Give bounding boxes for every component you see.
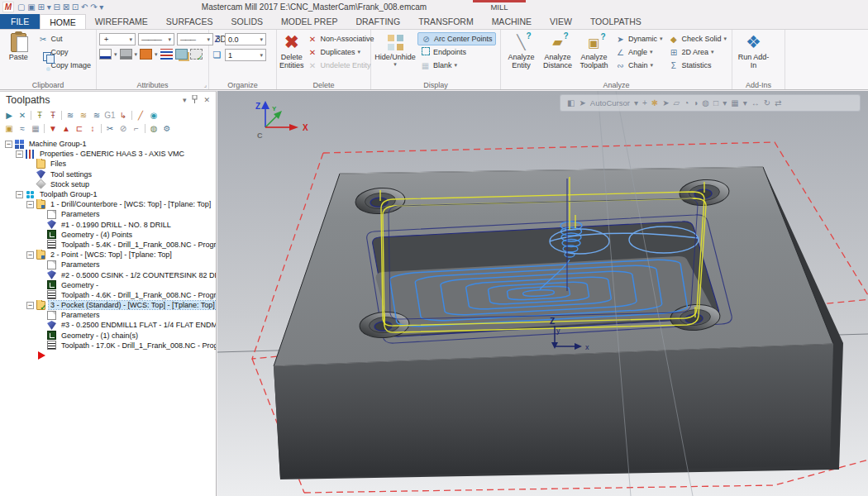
tree-node[interactable]: Stock setup: [0, 179, 216, 189]
tree-node[interactable]: − Properties - GENERIC HAAS 3 - AXIS VMC: [0, 149, 216, 159]
tree-node[interactable]: Parameters: [0, 260, 216, 269]
trim-icon[interactable]: ✂: [103, 124, 117, 133]
analyze-chain-button[interactable]: ∾Chain▾: [613, 59, 665, 72]
tree-node[interactable]: Toolpath - 4.6K - Drill_1_Frank_008.NC -…: [0, 290, 216, 300]
quadrant-icon[interactable]: ◔: [684, 98, 689, 107]
toolpath-display-icon[interactable]: ≈: [16, 124, 29, 133]
select-associated-icon[interactable]: Ŧ: [33, 111, 46, 120]
verify-icon[interactable]: ╱: [134, 111, 147, 120]
solid-color-button[interactable]: [120, 49, 132, 60]
level-input[interactable]: 1▾: [225, 49, 266, 61]
graphics-viewport[interactable]: Z y x Z Y X C ◧ ➤ AutoCursor▾+✱➤▱◔◑◍□▾▦▾…: [217, 91, 868, 496]
contextual-tab-mill[interactable]: MILL: [473, 2, 526, 12]
tree-node[interactable]: Tool settings: [0, 169, 216, 179]
g1-simulate-icon[interactable]: G1: [103, 111, 117, 120]
panel-close-icon[interactable]: ✕: [203, 96, 210, 104]
save-icon[interactable]: ▣: [27, 2, 35, 12]
print-icon[interactable]: ⊟: [53, 2, 60, 12]
qat-menu-icon[interactable]: ▾: [99, 2, 103, 12]
ribbon-tab-wireframe[interactable]: WIREFRAME: [86, 14, 157, 29]
ribbon-tab-view[interactable]: VIEW: [541, 14, 581, 29]
new-file-icon[interactable]: ▢: [17, 2, 25, 12]
half-disc-icon[interactable]: ◑: [693, 98, 698, 107]
unselect-associated-icon[interactable]: Ŧ: [46, 111, 60, 120]
pan-icon[interactable]: ↔: [751, 98, 760, 107]
non-associative-button[interactable]: ✕Non-Associative: [305, 32, 377, 45]
undo-icon[interactable]: ↶: [81, 2, 88, 12]
move-insert-down-icon[interactable]: ▼: [46, 124, 60, 133]
move-insert-up-icon[interactable]: ▲: [60, 124, 73, 133]
undelete-entity-button[interactable]: ✕Undelete Entity: [305, 59, 377, 72]
copy-button[interactable]: Copy: [35, 45, 93, 59]
analyze-distance-button[interactable]: ▰ Analyze Distance: [540, 31, 575, 79]
plane-select-icon[interactable]: ▱: [674, 98, 680, 107]
regen-dirty-icon[interactable]: ≋: [90, 111, 103, 120]
wireframe-color-button[interactable]: [99, 49, 112, 60]
arc-center-points-button[interactable]: ⊘Arc Center Points: [417, 32, 496, 45]
pointer-icon[interactable]: ➤: [662, 98, 669, 107]
line-style-select[interactable]: ———▾: [138, 33, 174, 45]
ribbon-tab-surfaces[interactable]: SURFACES: [157, 14, 222, 29]
tree-node[interactable]: − 2 - Point - [WCS: Top] - [Tplane: Top]: [0, 250, 216, 260]
regen-all-icon[interactable]: ≋: [64, 111, 77, 120]
tree-node[interactable]: − Machine Group-1: [0, 139, 216, 149]
tree-node[interactable]: Geometry - (1) chain(s): [0, 331, 216, 341]
open-file-icon[interactable]: ⊞: [37, 2, 44, 12]
tree-node[interactable]: − 3 - Pocket (Standard) - [WCS: Top] - […: [0, 300, 216, 310]
unselect-all-operations-icon[interactable]: ✕: [16, 111, 29, 120]
grid-dropdown-icon[interactable]: ▾: [743, 98, 747, 107]
tree-node[interactable]: Toolpath - 5.4K - Drill_1_Frank_008.NC -…: [0, 240, 216, 250]
window-select-icon[interactable]: □: [713, 98, 718, 107]
autocursor-toolbar[interactable]: ◧ ➤ AutoCursor▾+✱➤▱◔◑◍□▾▦▾↔↻⇄: [560, 94, 861, 112]
ribbon-tab-file[interactable]: FILE: [0, 14, 40, 29]
analyze-entity-button[interactable]: ╲ Analyze Entity: [503, 31, 539, 79]
section-icon[interactable]: ⌐: [130, 124, 143, 133]
duplicates-button[interactable]: ✕Duplicates▾: [305, 45, 377, 59]
set-attributes-button[interactable]: [160, 49, 173, 60]
ribbon-tab-machine[interactable]: MACHINE: [483, 14, 541, 29]
ribbon-tab-transform[interactable]: TRANSFORM: [409, 14, 483, 29]
tree-node[interactable]: [0, 351, 216, 360]
autocursor-label[interactable]: AutoCursor: [590, 98, 630, 107]
tree-node[interactable]: #1 - 0.1990 DRILL - NO. 8 DRILL: [0, 220, 216, 230]
sphere-icon[interactable]: ◍: [702, 98, 709, 107]
tree-node[interactable]: Geometry - (4) Points: [0, 230, 216, 240]
select-all-operations-icon[interactable]: ▶: [2, 111, 16, 120]
hide-unhide-button[interactable]: Hide/Unhide▾: [374, 31, 417, 79]
dropdown-icon[interactable]: ▾: [47, 2, 51, 12]
help-icon[interactable]: ◉: [147, 111, 160, 120]
dynamic-rotate-icon[interactable]: ⇄: [775, 98, 781, 107]
delete-entities-button[interactable]: ✖ Delete Entities: [279, 31, 304, 79]
tree-node[interactable]: Toolpath - 17.0K - Drill_1_Frank_008.NC …: [0, 341, 216, 351]
select-dropdown-icon[interactable]: ▾: [723, 98, 727, 107]
copy-attributes-button[interactable]: [175, 49, 188, 60]
gumball-lock-icon[interactable]: ◧: [567, 98, 575, 107]
quick-access-toolbar[interactable]: M ▢ ▣ ⊞ ▾ ⊟ ⊠ ⊡ ↶ ↷ ▾: [0, 2, 103, 12]
regen-selected-icon[interactable]: ≋: [77, 111, 90, 120]
surface-color-button[interactable]: [140, 49, 152, 60]
check-solid-button[interactable]: ◆Check Solid▾: [665, 32, 729, 45]
blank-button[interactable]: ▦Blank▾: [417, 59, 496, 72]
ribbon-tab-solids[interactable]: SOLIDS: [222, 14, 272, 29]
folder-icon[interactable]: ⊡: [72, 2, 79, 12]
panel-menu-icon[interactable]: ▾: [183, 96, 187, 104]
cycle-time-icon[interactable]: ◍: [147, 124, 160, 133]
post-icon[interactable]: ▦: [29, 124, 42, 133]
redo-icon[interactable]: ↷: [90, 2, 97, 12]
selection-arrow-icon[interactable]: ➤: [579, 98, 585, 107]
analyze-angle-button[interactable]: ∠Angle▾: [613, 45, 665, 59]
2d-area-button[interactable]: ⊞2D Area▾: [665, 45, 729, 59]
crosshair-icon[interactable]: +: [642, 98, 647, 107]
disable-icon[interactable]: ⊘: [117, 124, 130, 133]
tree-node[interactable]: #3 - 0.2500 ENDMILL1 FLAT - 1/4 FLAT END…: [0, 320, 216, 330]
tree-node[interactable]: Parameters: [0, 310, 216, 320]
analyze-dynamic-button[interactable]: ➤Dynamic▾: [613, 32, 665, 45]
tree-node[interactable]: #2 - 0.5000 CSINK - 1/2 COUNTERSINK 82 D…: [0, 269, 216, 279]
z-depth-input[interactable]: 0.0▾: [225, 33, 266, 45]
point-style-select[interactable]: ＋▾: [99, 33, 136, 45]
attributes-dialog-launcher[interactable]: ⌟: [204, 82, 207, 88]
ribbon-tab-toolpaths[interactable]: TOOLPATHS: [581, 14, 651, 29]
scroll-insert-icon[interactable]: ↕: [86, 124, 99, 133]
cut-button[interactable]: ✂Cut: [35, 32, 93, 45]
ribbon-tab-model-prep[interactable]: MODEL PREP: [272, 14, 346, 29]
